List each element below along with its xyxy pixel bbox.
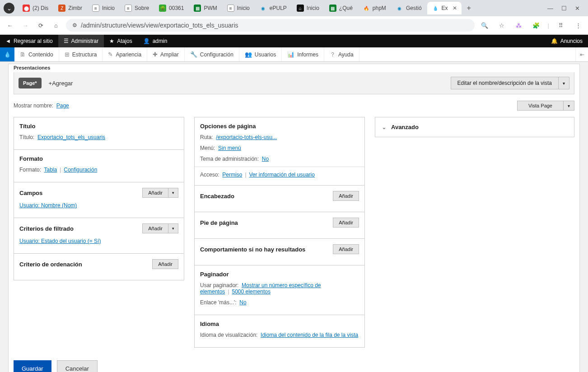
add-display-link[interactable]: +Agregar <box>49 80 73 87</box>
shortcuts-link[interactable]: ★Atajos <box>104 35 137 47</box>
browser-tab[interactable]: ▦¿Qué <box>325 2 357 14</box>
path-link[interactable]: /exportacio-tots-els-usu... <box>216 134 277 140</box>
bookmark-icon[interactable]: ☆ <box>496 20 507 31</box>
access-link[interactable]: Permiso <box>222 172 242 178</box>
drupal-logo[interactable]: 💧 <box>0 47 14 61</box>
panel-heading: Pie de página <box>200 219 238 226</box>
back-to-site[interactable]: ◄Regresar al sitio <box>0 35 58 47</box>
announcements-link[interactable]: 🔔Anuncios <box>546 35 588 47</box>
nav-appearance[interactable]: ✎Apariencia <box>103 47 147 61</box>
field-label: Menú: <box>200 145 215 151</box>
format-config-link[interactable]: Configuración <box>64 167 97 173</box>
nav-users[interactable]: 👥Usuarios <box>239 47 282 61</box>
nav-orientation-toggle[interactable]: ⇤ <box>575 47 588 61</box>
browser-menu-dropdown[interactable]: ⌄ <box>4 3 14 14</box>
more-link[interactable]: No <box>239 299 246 306</box>
new-tab-button[interactable]: + <box>462 4 476 12</box>
user-link[interactable]: 👤admin <box>138 35 173 47</box>
format-link[interactable]: Tabla <box>44 167 57 173</box>
panel-page-options: Opciones de página Ruta: /exportacio-tot… <box>195 117 364 186</box>
add-noresults-button[interactable]: Añadir <box>333 244 359 254</box>
field-label: Idioma de visualización: <box>200 332 257 338</box>
reload-icon[interactable]: ⟳ <box>35 20 46 31</box>
field-item-link[interactable]: Usuario: Nombre (Nom) <box>19 202 77 209</box>
panel-header: EncabezadoAñadir <box>195 186 364 212</box>
edit-view-name-dropdown[interactable]: Editar el nombre/descripción de la vista… <box>451 77 569 89</box>
filter-item-link[interactable]: Usuario: Estado del usuario (= Sí) <box>19 238 101 244</box>
home-icon[interactable]: ⌂ <box>51 20 61 31</box>
browser-tab[interactable]: ≡Inicio <box>88 2 119 14</box>
wand-icon: ✎ <box>108 51 113 58</box>
window-close[interactable]: ✕ <box>575 5 580 12</box>
forward-icon[interactable]: → <box>20 20 31 31</box>
field-label: Usar paginador: <box>200 282 238 288</box>
manage-toggle[interactable]: ☰Administrar <box>58 35 104 47</box>
show-name-label: Mostrar nombre: <box>14 102 53 109</box>
window-maximize[interactable]: ☐ <box>561 5 567 12</box>
close-icon[interactable]: ✕ <box>453 5 457 11</box>
nav-content[interactable]: 🗎Contenido <box>14 47 59 61</box>
edit-view-name-label[interactable]: Editar el nombre/descripción de la vista <box>451 77 559 89</box>
display-tab-page[interactable]: Page* <box>19 78 42 88</box>
add-field-button[interactable]: Añadir <box>142 188 168 198</box>
nav-config[interactable]: 🔧Configuración <box>185 47 239 61</box>
advanced-toggle[interactable]: ⌄ Avanzado <box>375 117 574 137</box>
view-page-label[interactable]: Vista Page <box>517 101 564 111</box>
advanced-label: Avanzado <box>391 124 419 130</box>
field-label: Formato: <box>19 167 41 173</box>
zoom-icon[interactable]: 🔍 <box>479 20 490 31</box>
browser-tab[interactable]: ⬤(2) Dis <box>18 2 53 14</box>
access-info-link[interactable]: Ver información del usuario <box>249 172 315 178</box>
chevron-down-icon[interactable]: ▾ <box>564 101 574 111</box>
url-input[interactable]: ⚙ /admin/structure/views/view/exportacio… <box>66 19 475 32</box>
field-label: Título: <box>19 134 34 140</box>
panel-fields: Campos Añadir▾ Usuario: Nombre (Nom) <box>14 182 184 218</box>
language-link[interactable]: Idioma del contenido de la fila de la vi… <box>261 332 358 338</box>
browser-tab[interactable]: ◉Gestió <box>392 2 426 14</box>
chevron-down-icon[interactable]: ▾ <box>168 223 178 233</box>
panel-footer: Pie de páginaAñadir <box>195 212 364 239</box>
add-header-button[interactable]: Añadir <box>333 191 359 201</box>
cancel-button[interactable]: Cancelar <box>57 360 98 372</box>
save-button[interactable]: Guardar <box>14 360 51 372</box>
extensions-icon[interactable]: 🧩 <box>531 20 541 31</box>
add-filter-button[interactable]: Añadir <box>142 223 168 233</box>
chevron-down-icon[interactable]: ▾ <box>168 188 178 198</box>
profile-icon[interactable]: ⠿ <box>555 20 566 31</box>
panel-heading: Comportamiento si no hay resultados <box>200 246 305 253</box>
pager-count-link[interactable]: 5000 elementos <box>232 288 271 295</box>
add-footer-button[interactable]: Añadir <box>333 218 359 228</box>
panel-heading: Título <box>19 123 35 130</box>
panel-heading: Criterios de filtrado <box>19 225 74 232</box>
browser-tab[interactable]: ◉ePULP <box>255 2 291 14</box>
chevron-down-icon[interactable]: ▾ <box>559 77 569 89</box>
view-page-dropdown[interactable]: Vista Page ▾ <box>517 101 574 111</box>
title-link[interactable]: Exportacio_tots_els_usuaris <box>37 134 105 140</box>
nav-extend[interactable]: ✚Ampliar <box>147 47 185 61</box>
menu-link[interactable]: Sin menú <box>218 145 241 151</box>
window-minimize[interactable]: — <box>547 5 553 12</box>
browser-tab[interactable]: 🌳00361 <box>154 2 188 14</box>
nav-help[interactable]: ？Ayuda <box>324 47 359 61</box>
file-icon: 🗎 <box>20 51 26 58</box>
panel-heading: Campos <box>19 190 42 196</box>
puzzle-icon: ✚ <box>153 51 158 58</box>
nav-structure[interactable]: ⊞Estructura <box>59 47 103 61</box>
panel-language: Idioma Idioma de visualización: Idioma d… <box>195 315 364 347</box>
browser-tab[interactable]: ZZimbr <box>54 2 87 14</box>
browser-tab[interactable]: ≡Inicio <box>223 2 254 14</box>
browser-tab[interactable]: ▦PWM <box>189 2 221 14</box>
browser-tab[interactable]: ≡Sobre <box>120 2 154 14</box>
browser-tab[interactable]: ⌂Inicio <box>292 2 324 14</box>
column-mid: Opciones de página Ruta: /exportacio-tot… <box>194 117 365 348</box>
browser-menu-icon[interactable]: ⋮ <box>573 20 583 31</box>
browser-tab[interactable]: 🔥phpM <box>358 2 391 14</box>
show-name-link[interactable]: Page <box>56 102 69 109</box>
back-icon[interactable]: ← <box>5 20 15 31</box>
admin-theme-link[interactable]: No <box>262 156 269 162</box>
nav-reports[interactable]: 📊Informes <box>282 47 324 61</box>
add-sort-button[interactable]: Añadir <box>152 259 178 269</box>
browser-tab-active[interactable]: 💧Ex✕ <box>427 2 462 14</box>
extension-puzzle-icon[interactable]: ⁂ <box>513 20 524 31</box>
site-info-icon[interactable]: ⚙ <box>72 22 77 28</box>
